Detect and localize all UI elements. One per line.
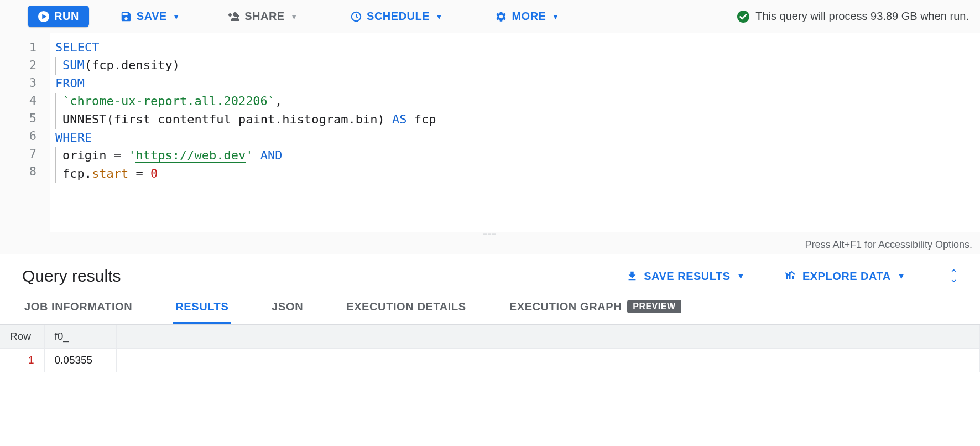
chevron-down-icon: ⌄ bbox=[950, 276, 958, 282]
explore-icon bbox=[784, 269, 797, 283]
chevron-down-icon: ▼ bbox=[173, 12, 180, 21]
table-row[interactable]: 10.05355 bbox=[0, 349, 980, 372]
save-icon bbox=[120, 11, 132, 23]
save-results-button[interactable]: SAVE RESULTS ▼ bbox=[626, 270, 745, 283]
resize-handle[interactable]: ━━━ bbox=[0, 232, 980, 238]
query-toolbar: RUN SAVE ▼ SHARE ▼ SCHEDULE ▼ MORE ▼ Thi… bbox=[0, 0, 980, 33]
share-label: SHARE bbox=[244, 10, 285, 23]
tab-execution-graph[interactable]: EXECUTION GRAPHPREVIEW bbox=[507, 291, 684, 324]
accessibility-hint: Press Alt+F1 for Accessibility Options. bbox=[0, 238, 980, 255]
expand-collapse-toggle[interactable]: ⌃ ⌄ bbox=[950, 271, 958, 282]
play-icon bbox=[38, 11, 50, 23]
schedule-button[interactable]: SCHEDULE ▼ bbox=[340, 6, 453, 27]
tab-execution-details[interactable]: EXECUTION DETAILS bbox=[344, 292, 468, 324]
explore-data-label: EXPLORE DATA bbox=[802, 270, 891, 283]
chevron-down-icon: ▼ bbox=[435, 12, 443, 21]
explore-data-button[interactable]: EXPLORE DATA ▼ bbox=[784, 269, 905, 283]
sql-editor[interactable]: 12345678 SELECTSUM(fcp.density)FROM`chro… bbox=[0, 33, 980, 232]
clock-icon bbox=[350, 11, 362, 23]
save-label: SAVE bbox=[137, 10, 167, 23]
tab-job-information[interactable]: JOB INFORMATION bbox=[22, 292, 134, 324]
results-title: Query results bbox=[22, 267, 121, 286]
code-area[interactable]: SELECTSUM(fcp.density)FROM`chrome-ux-rep… bbox=[50, 33, 980, 232]
save-results-label: SAVE RESULTS bbox=[644, 270, 730, 283]
share-icon bbox=[227, 10, 240, 23]
share-button[interactable]: SHARE ▼ bbox=[217, 6, 308, 28]
query-status: This query will process 93.89 GB when ru… bbox=[737, 10, 971, 23]
more-button[interactable]: MORE ▼ bbox=[485, 6, 569, 27]
run-label: RUN bbox=[54, 10, 79, 23]
schedule-label: SCHEDULE bbox=[367, 10, 430, 23]
results-table: Rowf0_10.05355 bbox=[0, 325, 980, 372]
save-button[interactable]: SAVE ▼ bbox=[110, 6, 190, 27]
chevron-down-icon: ▼ bbox=[737, 272, 745, 281]
run-button[interactable]: RUN bbox=[28, 6, 89, 27]
column-header: f0_ bbox=[44, 325, 116, 349]
check-circle-icon bbox=[737, 10, 750, 23]
chevron-down-icon: ▼ bbox=[290, 12, 298, 21]
gear-icon bbox=[495, 11, 507, 23]
tab-results[interactable]: RESULTS bbox=[173, 292, 231, 324]
results-tabs: JOB INFORMATIONRESULTSJSONEXECUTION DETA… bbox=[0, 291, 980, 325]
more-label: MORE bbox=[512, 10, 546, 23]
tab-json[interactable]: JSON bbox=[269, 292, 305, 324]
download-icon bbox=[626, 270, 638, 282]
results-header: Query results SAVE RESULTS ▼ EXPLORE DAT… bbox=[0, 255, 980, 291]
line-gutter: 12345678 bbox=[0, 33, 50, 232]
chevron-down-icon: ▼ bbox=[551, 12, 559, 21]
chevron-down-icon: ▼ bbox=[898, 272, 905, 281]
preview-badge: PREVIEW bbox=[627, 300, 681, 313]
column-header: Row bbox=[0, 325, 44, 349]
status-text: This query will process 93.89 GB when ru… bbox=[755, 10, 969, 23]
